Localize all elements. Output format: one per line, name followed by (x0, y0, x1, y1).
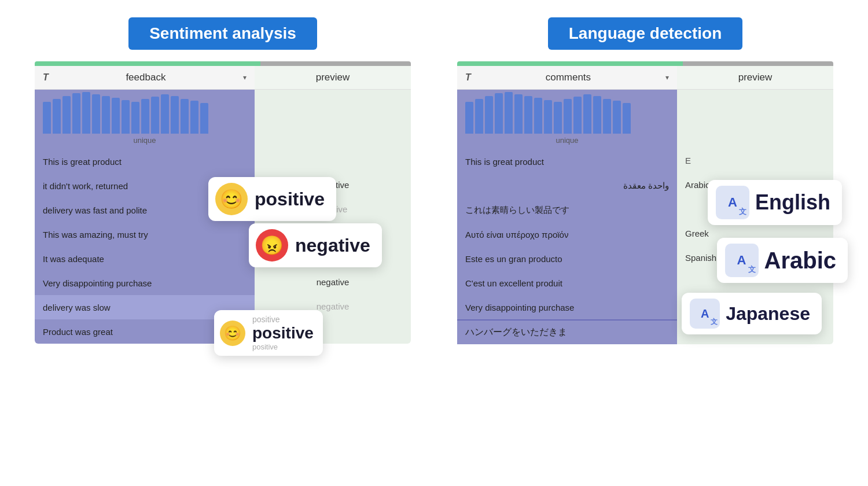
bar (82, 92, 90, 134)
bar (623, 103, 631, 134)
japanese-popup: A 文 Japanese (682, 293, 822, 334)
bar (613, 101, 621, 134)
bottom-japanese: ハンバーグをいただきま (457, 319, 677, 344)
bar (141, 99, 149, 134)
english-label: English (755, 190, 830, 215)
lang-value: E (685, 156, 691, 165)
language-title: Language detection (548, 17, 742, 50)
sentiment-window: T feedback ▾ (35, 61, 411, 344)
preview-row: negative (255, 270, 411, 294)
language-preview-header: preview (677, 66, 833, 90)
english-popup: A 文 English (708, 180, 842, 225)
translate-icon-arabic: A 文 (725, 244, 759, 277)
comment-text: واحدة معقدة (457, 176, 677, 196)
language-panel: Language detection T comments ▾ (457, 17, 833, 344)
table-row: Αυτό είναι υπέροχο προϊόν (457, 222, 677, 246)
popup-small-below: positive (252, 343, 314, 351)
arabic-popup: A 文 Arabic (717, 238, 848, 283)
table-row: Very disappointing purchase (457, 295, 677, 319)
comment-text: Αυτό είναι υπέροχο προϊόν (457, 225, 677, 244)
bar (593, 96, 601, 134)
bar (544, 100, 552, 134)
table-row: واحدة معقدة (457, 174, 677, 198)
window-top-bar-right (457, 61, 833, 66)
table-row: Este es un gran producto (457, 246, 677, 271)
feedback-text: It was adequate (35, 249, 255, 268)
right-spacer (677, 90, 833, 136)
window-top-bar-left (35, 61, 411, 66)
bar (573, 97, 582, 134)
table-row: This is great product (35, 149, 255, 174)
bar (465, 102, 473, 134)
feedback-text: This was amazing, must try (35, 225, 255, 244)
bar (603, 99, 611, 134)
bar (554, 102, 562, 134)
comment-text: This is great product (457, 152, 677, 171)
bar (151, 97, 159, 134)
bar (92, 94, 100, 134)
bar-chart-left (35, 90, 255, 136)
unique-label-left: unique (35, 136, 255, 149)
bar (514, 94, 523, 134)
sentiment-title: Sentiment analysis (128, 17, 317, 50)
lang-value: Greek (685, 229, 709, 238)
table-row: これは素晴らしい製品です (457, 198, 677, 222)
bar (524, 96, 532, 134)
right-spacer2 (255, 136, 411, 148)
feedback-text: This is great product (35, 152, 255, 171)
positive-popup-big: 😊 positive (208, 177, 336, 221)
preview-row: E (677, 148, 833, 172)
translate-icon-japanese: A 文 (690, 299, 720, 329)
table-row: It was adequate (35, 246, 255, 271)
comment-text: Este es un gran producto (457, 249, 677, 268)
table-row: Very disappointing purchase (35, 271, 255, 295)
bar (122, 100, 130, 134)
negative-label-big: negative (295, 235, 370, 256)
sentiment-value: negative (317, 301, 350, 311)
popup-small-above: positive (252, 315, 314, 324)
bar (505, 92, 513, 134)
right-spacer (255, 90, 411, 136)
lang-value: Spanish (685, 253, 716, 263)
preview-label-right: preview (685, 72, 825, 83)
type-icon-left: T (43, 72, 49, 83)
bar (534, 98, 542, 134)
japanese-label: Japanese (726, 303, 810, 325)
language-left-col: T comments ▾ (457, 66, 677, 344)
bar (62, 96, 71, 134)
col-name-feedback[interactable]: feedback (53, 72, 238, 83)
bar (102, 96, 110, 134)
language-window: T comments ▾ (457, 61, 833, 344)
col-name-comments[interactable]: comments (476, 72, 661, 83)
negative-popup-big: 😠 negative (249, 223, 382, 267)
bar (190, 101, 198, 134)
arabic-label: Arabic (764, 248, 837, 274)
bar (475, 99, 483, 134)
col-dropdown-left[interactable]: ▾ (243, 73, 247, 82)
sentiment-preview-header: preview (255, 66, 411, 90)
sentiment-value: negative (317, 277, 350, 287)
table-row: This was amazing, must try (35, 222, 255, 246)
bar (181, 99, 189, 134)
positive-emoji-small: 😊 (220, 321, 245, 346)
comment-text: Very disappointing purchase (457, 298, 677, 317)
bar (161, 94, 169, 134)
language-data-rows: This is great product واحدة معقدة これは素晴ら… (457, 149, 677, 319)
unique-label-right: unique (457, 136, 677, 149)
positive-label-small: positive (252, 324, 314, 343)
translate-icon-english: A 文 (716, 186, 749, 219)
lang-value: Arabic (685, 180, 710, 190)
bar (485, 96, 493, 134)
bar (583, 94, 591, 134)
bar (131, 102, 139, 134)
comment-text: これは素晴らしい製品です (457, 200, 677, 220)
language-col-header: T comments ▾ (457, 66, 677, 90)
positive-label-big: positive (255, 189, 325, 210)
right-spacer2 (677, 136, 833, 148)
bar (564, 99, 572, 134)
bar (72, 93, 80, 134)
sentiment-col-header: T feedback ▾ (35, 66, 255, 90)
table-row: This is great product (457, 149, 677, 174)
bar-chart-right (457, 90, 677, 136)
col-dropdown-right[interactable]: ▾ (665, 73, 669, 82)
